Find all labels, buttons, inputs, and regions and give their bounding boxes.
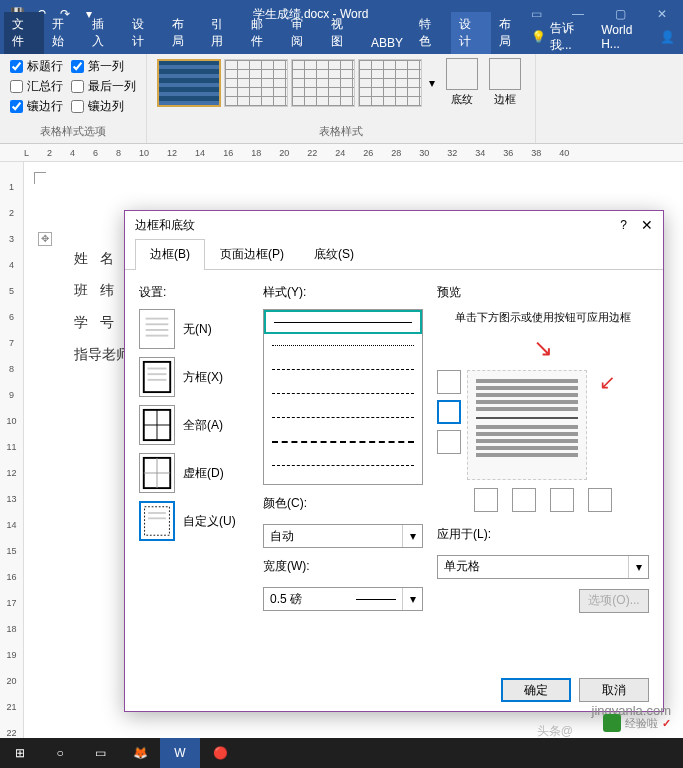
apply-to-dropdown[interactable]: 单元格 ▾ [437,555,649,579]
none-icon [139,309,175,349]
check-last-col[interactable]: 最后一列 [71,78,136,95]
setting-box[interactable]: 方框(X) [139,357,249,397]
style-option[interactable] [264,454,422,478]
group-label: 表格样式 [157,122,525,139]
check-label: 镶边列 [88,98,124,115]
setting-grid[interactable]: 虚框(D) [139,453,249,493]
tab-review[interactable]: 审阅 [283,12,323,54]
tab-borders[interactable]: 边框(B) [135,239,205,270]
chevron-down-icon: ▾ [628,556,648,578]
style-option[interactable] [264,406,422,430]
shading-button[interactable]: 底纹 [442,58,482,107]
tab-special[interactable]: 特色 [411,12,451,54]
tab-page-border[interactable]: 页面边框(P) [205,239,299,269]
tab-view[interactable]: 视图 [323,12,363,54]
check-total-row[interactable]: 汇总行 [10,78,63,95]
check-header-row[interactable]: 标题行 [10,58,63,75]
setting-label: 自定义(U) [183,513,236,530]
preview-diagram[interactable] [467,370,587,480]
all-icon [139,405,175,445]
borders-button[interactable]: 边框 [485,58,525,107]
table-move-handle[interactable]: ✥ [38,232,52,246]
preview-label: 预览 [437,284,649,301]
setting-label: 全部(A) [183,417,223,434]
word-taskbar-icon[interactable]: W [160,738,200,768]
tab-mailings[interactable]: 邮件 [243,12,283,54]
page-corner-marker [34,172,46,184]
setting-none[interactable]: 无(N) [139,309,249,349]
tab-references[interactable]: 引用 [203,12,243,54]
task-view-button[interactable]: ▭ [80,738,120,768]
color-label: 颜色(C): [263,495,423,512]
check-banded-cols[interactable]: 镶边列 [71,98,136,115]
borders-shading-dialog: 边框和底纹 ? ✕ 边框(B) 页面边框(P) 底纹(S) 设置: 无(N) 方… [124,210,664,712]
dialog-titlebar[interactable]: 边框和底纹 ? ✕ [125,211,663,239]
width-label: 宽度(W): [263,558,423,575]
tab-table-layout[interactable]: 布局 [491,12,531,54]
svg-rect-14 [145,507,170,535]
tab-home[interactable]: 开始 [44,12,84,54]
tab-layout[interactable]: 布局 [164,12,204,54]
table-style-2[interactable] [224,59,288,107]
border-diag-button[interactable] [588,488,612,512]
group-table-style-options: 标题行 第一列 汇总行 最后一列 镶边行 镶边列 表格样式选项 [0,54,147,143]
check-label: 最后一列 [88,78,136,95]
dialog-help-button[interactable]: ? [620,218,627,232]
border-center-button[interactable] [512,488,536,512]
cancel-button[interactable]: 取消 [579,678,649,702]
border-left-button[interactable] [474,488,498,512]
apply-label: 应用于(L): [437,526,649,543]
start-button[interactable]: ⊞ [0,738,40,768]
tab-insert[interactable]: 插入 [84,12,124,54]
table-style-3[interactable] [291,59,355,107]
ok-button[interactable]: 确定 [501,678,571,702]
dialog-title: 边框和底纹 [135,217,620,234]
tab-file[interactable]: 文件 [4,12,44,54]
settings-column: 设置: 无(N) 方框(X) 全部(A) 虚框(D) 自定义(U) [139,284,249,656]
tab-shading[interactable]: 底纹(S) [299,239,369,269]
style-list[interactable] [263,309,423,485]
svg-rect-0 [146,318,169,320]
style-option[interactable] [264,334,422,358]
ribbon: 标题行 第一列 汇总行 最后一列 镶边行 镶边列 表格样式选项 ▾ 底纹 边框 … [0,54,683,144]
tell-me-label: 告诉我... [550,20,596,54]
tab-table-design[interactable]: 设计 [451,12,491,54]
svg-rect-6 [148,373,167,375]
app-icon[interactable]: 🔴 [200,738,240,768]
setting-all[interactable]: 全部(A) [139,405,249,445]
check-first-col[interactable]: 第一列 [71,58,136,75]
share-icon[interactable]: 👤 [660,30,675,44]
chevron-down-icon: ▾ [402,525,422,547]
cortana-button[interactable]: ○ [40,738,80,768]
width-dropdown[interactable]: 0.5 磅 ▾ [263,587,423,611]
border-middle-button[interactable] [437,400,461,424]
border-bottom-button[interactable] [437,430,461,454]
style-solid[interactable] [264,310,422,334]
doc-text: 号 [100,314,114,330]
horizontal-ruler[interactable]: L246810121416182022242628303234363840 [0,144,683,162]
table-style-1[interactable] [157,59,221,107]
table-style-4[interactable] [358,59,422,107]
chevron-down-icon: ▾ [402,588,422,610]
style-column: 样式(Y): 颜色(C): 自动 ▾ 宽度(W): 0.5 磅 ▾ [263,284,423,656]
check-banded-rows[interactable]: 镶边行 [10,98,63,115]
setting-label: 虚框(D) [183,465,224,482]
windows-taskbar: ⊞ ○ ▭ 🦊 W 🔴 [0,738,683,768]
svg-rect-3 [146,335,169,337]
vertical-ruler[interactable]: 123456789101112131415161718192021222324 [0,162,24,738]
color-dropdown[interactable]: 自动 ▾ [263,524,423,548]
dialog-close-button[interactable]: ✕ [641,217,653,233]
gallery-more-icon[interactable]: ▾ [425,76,439,90]
account-label[interactable]: World H... [601,23,654,51]
border-right-button[interactable] [550,488,574,512]
firefox-icon[interactable]: 🦊 [120,738,160,768]
style-option[interactable] [264,430,422,454]
border-top-button[interactable] [437,370,461,394]
tab-abby[interactable]: ABBY [363,32,411,54]
tell-me-search[interactable]: 💡告诉我... [531,20,596,54]
tab-design[interactable]: 设计 [124,12,164,54]
setting-custom[interactable]: 自定义(U) [139,501,249,541]
style-option[interactable] [264,358,422,382]
svg-rect-15 [148,512,166,514]
style-option[interactable] [264,382,422,406]
